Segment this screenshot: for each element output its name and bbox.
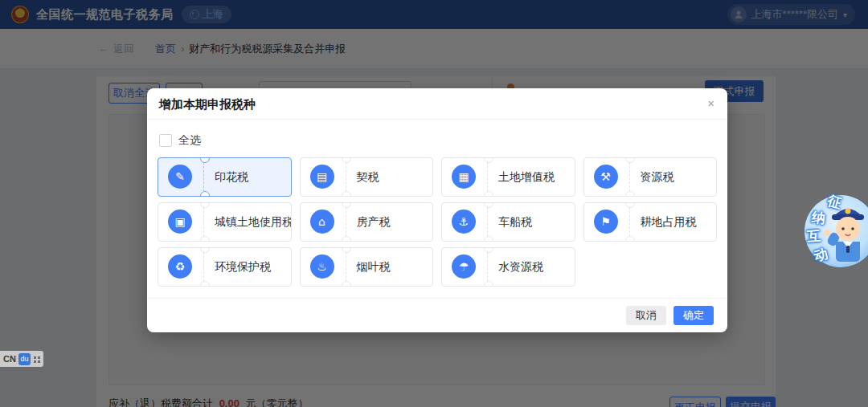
tax-card-vehicle-vessel-tax[interactable]: ⚓ 车船税 — [441, 202, 575, 242]
tax-card-label: 资源税 — [641, 158, 674, 196]
tax-card-property-tax[interactable]: ⌂ 房产税 — [300, 202, 434, 242]
ime-language-label: CN — [3, 354, 16, 364]
resource-toolbox-icon: ⚒ — [594, 165, 618, 189]
tax-interaction-widget[interactable]: 征 纳 互 动 — [798, 191, 868, 271]
ticket-notch — [484, 157, 493, 163]
tax-card-water-resource-tax[interactable]: ☂ 水资源税 — [441, 247, 575, 287]
ticket-divider — [487, 252, 488, 282]
tax-card-tobacco-leaf-tax[interactable]: ♨ 烟叶税 — [300, 247, 434, 287]
stamp-pen-icon: ✎ — [168, 165, 192, 189]
ticket-notch — [625, 202, 635, 208]
tax-card-deed-tax[interactable]: ▤ 契税 — [300, 157, 434, 197]
tax-card-label: 房产税 — [357, 203, 391, 241]
ticket-notch — [200, 202, 210, 208]
tax-card-label: 水资源税 — [498, 248, 543, 286]
ticket-divider — [203, 252, 204, 282]
ticket-notch — [484, 202, 493, 208]
keyboard-icon — [33, 356, 40, 363]
tobacco-smoke-icon: ♨ — [310, 254, 334, 279]
ticket-divider — [346, 207, 346, 237]
ticket-notch — [200, 157, 210, 163]
confirm-button[interactable]: 确定 — [674, 306, 714, 325]
ticket-notch — [625, 236, 635, 242]
vehicle-vessel-icon: ⚓ — [452, 210, 476, 234]
ticket-notch — [625, 157, 635, 163]
tax-card-environmental-protection-tax[interactable]: ♻ 环境保护税 — [158, 247, 292, 287]
ticket-divider — [629, 207, 630, 237]
tax-card-label: 土地增值税 — [498, 158, 555, 196]
ticket-divider — [487, 162, 488, 192]
page: 全国统一规范电子税务局 上海 上海市******限公司 ▾ ← 返回 首页 › … — [0, 0, 868, 407]
ticket-notch — [342, 281, 351, 287]
ticket-notch — [200, 281, 210, 287]
tax-card-label: 印花税 — [215, 158, 248, 196]
ticket-divider — [629, 162, 630, 192]
house-icon: ⌂ — [310, 210, 334, 234]
tax-card-label: 车船税 — [498, 203, 532, 241]
ticket-divider — [487, 207, 488, 237]
cancel-button[interactable]: 取消 — [626, 306, 666, 325]
ticket-notch — [200, 247, 210, 253]
land-certificate-icon: ▦ — [452, 165, 476, 189]
ticket-notch — [484, 247, 493, 253]
tax-card-label: 耕地占用税 — [641, 203, 697, 241]
tax-card-stamp-tax[interactable]: ✎ 印花税 — [158, 157, 292, 197]
ticket-divider — [203, 162, 204, 192]
ticket-notch — [625, 191, 635, 197]
ticket-notch — [484, 281, 493, 287]
tax-card-land-appreciation-tax[interactable]: ▦ 土地增值税 — [441, 157, 575, 197]
ticket-notch — [342, 191, 351, 197]
tax-card-label: 城镇土地使用税 — [215, 203, 292, 241]
tax-type-grid: ✎ 印花税 ▤ 契税 ▦ 土地增值税 ⚒ 资源税 ▣ 城镇土地使用税 ⌂ 房产税… — [158, 157, 717, 287]
close-icon[interactable]: × — [707, 96, 714, 112]
environment-leaf-icon: ♻ — [168, 254, 192, 279]
tax-card-label: 契税 — [357, 158, 379, 196]
deed-document-icon: ▤ — [310, 165, 334, 189]
ticket-notch — [484, 236, 493, 242]
ime-indicator[interactable]: CN du — [0, 351, 43, 367]
modal-footer: 取消 确定 — [147, 298, 727, 332]
ticket-divider — [346, 252, 346, 282]
modal-title: 增加本期申报税种 — [159, 97, 256, 112]
tax-card-resource-tax[interactable]: ⚒ 资源税 — [583, 157, 718, 197]
ime-engine-icon: du — [18, 353, 31, 365]
water-drop-icon: ☂ — [452, 254, 476, 279]
add-tax-types-modal: 增加本期申报税种 × 全选 ✎ 印花税 ▤ 契税 ▦ 土地增值税 ⚒ 资源税 ▣ — [147, 88, 727, 332]
ticket-notch — [484, 191, 493, 197]
modal-header: 增加本期申报税种 × — [147, 88, 727, 120]
ticket-notch — [342, 247, 351, 253]
select-all-checkbox[interactable]: 全选 — [159, 133, 201, 148]
ticket-notch — [342, 236, 351, 242]
urban-building-icon: ▣ — [168, 210, 192, 234]
tax-card-label: 环境保护税 — [215, 248, 271, 286]
checkbox-icon — [159, 134, 172, 147]
farmland-icon: ⚑ — [594, 210, 618, 234]
ticket-notch — [200, 236, 210, 242]
select-all-label: 全选 — [178, 133, 201, 148]
tax-card-farmland-occupation-tax[interactable]: ⚑ 耕地占用税 — [583, 202, 718, 242]
mascot-char: 互 — [806, 226, 821, 246]
ticket-divider — [203, 207, 204, 237]
ticket-notch — [342, 157, 351, 163]
tax-card-label: 烟叶税 — [357, 248, 391, 286]
mascot-char: 纳 — [811, 208, 826, 228]
ticket-notch — [200, 191, 210, 197]
ticket-divider — [346, 162, 346, 192]
tax-card-urban-land-use-tax[interactable]: ▣ 城镇土地使用税 — [158, 202, 292, 242]
ticket-notch — [342, 202, 351, 208]
